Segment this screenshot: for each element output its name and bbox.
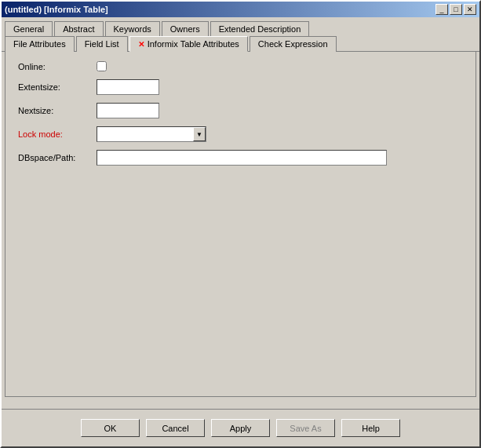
minimize-button[interactable]: _ [435,4,448,15]
extentsize-label: Extentsize: [18,82,97,92]
dbspace-label: DBspace/Path: [18,153,97,162]
tab-general[interactable]: General [5,21,53,36]
tab-abstract[interactable]: Abstract [54,21,103,36]
nextsize-row: Nextsize: [18,103,463,118]
lockmode-row: Lock mode: Page Row Table ▼ [18,126,463,142]
tab-error-icon: ✕ [138,40,144,49]
tab-field-list[interactable]: Field List [76,36,128,52]
cancel-button[interactable]: Cancel [146,419,205,437]
tab-informix-label: Informix Table Attributes [148,39,239,49]
tab-check-expression[interactable]: Check Expression [250,36,337,52]
content-area: Online: Extentsize: Nextsize: Lock mode:… [5,52,476,397]
main-window: (untitled) [Informix Table] _ □ ✕ Genera… [0,0,481,448]
tab-informix-table-attributes[interactable]: ✕ Informix Table Attributes [129,36,248,52]
nextsize-label: Nextsize: [18,106,97,115]
online-checkbox[interactable] [97,61,107,71]
tabs-row1: General Abstract Keywords Owners Extende… [2,17,479,35]
ok-button[interactable]: OK [81,419,140,437]
tab-keywords[interactable]: Keywords [105,21,160,36]
tabs-row2: File Attributes Field List ✕ Informix Ta… [2,35,479,52]
title-bar-buttons: _ □ ✕ [435,4,476,15]
extentsize-input[interactable] [97,79,159,95]
maximize-button[interactable]: □ [450,4,462,15]
tab-file-attributes[interactable]: File Attributes [5,36,75,52]
dbspace-input[interactable] [97,150,387,166]
dbspace-row: DBspace/Path: [18,150,463,166]
nextsize-input[interactable] [97,103,159,118]
tab-extended-description[interactable]: Extended Description [210,21,310,36]
tab-owners[interactable]: Owners [162,21,209,36]
close-button[interactable]: ✕ [464,4,476,15]
bottom-bar: OK Cancel Apply Save As Help [2,409,479,446]
apply-button[interactable]: Apply [211,419,270,437]
lockmode-label: Lock mode: [18,129,97,139]
lockmode-select[interactable]: Page Row Table [97,126,206,142]
help-button[interactable]: Help [341,419,400,437]
online-row: Online: [18,61,463,71]
lockmode-dropdown-wrapper: Page Row Table ▼ [97,126,206,142]
online-label: Online: [18,62,97,71]
title-bar: (untitled) [Informix Table] _ □ ✕ [2,2,479,17]
window-title: (untitled) [Informix Table] [5,5,108,14]
save-as-button: Save As [276,419,335,437]
extentsize-row: Extentsize: [18,79,463,95]
